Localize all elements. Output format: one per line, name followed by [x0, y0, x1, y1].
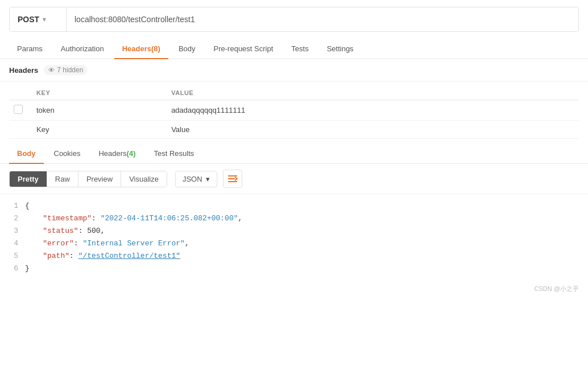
format-dropdown-chevron: ▾	[206, 175, 210, 183]
code-line-4: 4 "error": "Internal Server Error",	[9, 237, 579, 250]
headers-label-row: Headers 👁 7 hidden	[9, 65, 579, 75]
checkbox-col-header	[9, 86, 32, 100]
code-line-6: 6 }	[9, 262, 579, 275]
line-num-3: 3	[9, 225, 18, 237]
tab-headers[interactable]: Headers(8)	[114, 39, 168, 59]
format-controls: Pretty Raw Preview Visualize JSON ▾	[0, 164, 588, 194]
code-area: 1 { 2 "timestamp": "2022-04-11T14:06:25.…	[0, 194, 588, 281]
code-content-5: "path": "/testController/test1"	[25, 250, 579, 262]
tab-settings[interactable]: Settings	[319, 39, 362, 59]
code-line-1: 1 {	[9, 200, 579, 212]
code-content-6: }	[25, 262, 579, 275]
header-value-placeholder[interactable]: Value	[167, 121, 579, 139]
response-tab-headers-badge: (4)	[127, 149, 136, 158]
response-tab-headers[interactable]: Headers(4)	[90, 143, 143, 163]
response-tab-body[interactable]: Body	[9, 143, 44, 163]
headers-section: Headers 👁 7 hidden	[0, 59, 588, 81]
watermark: CSDN @小之乎	[0, 281, 588, 297]
value-col-header: VALUE	[167, 86, 579, 100]
url-input[interactable]	[67, 7, 578, 31]
format-btn-pretty[interactable]: Pretty	[10, 171, 47, 187]
method-selector[interactable]: POST ▾	[10, 7, 67, 31]
top-tabs: Params Authorization Headers(8) Body Pre…	[0, 39, 588, 59]
code-line-5: 5 "path": "/testController/test1"	[9, 250, 579, 262]
line-num-2: 2	[9, 212, 18, 225]
url-bar: POST ▾	[9, 7, 579, 32]
code-content-3: "status": 500,	[25, 225, 579, 237]
table-row: Key Value	[9, 121, 579, 139]
line-num-5: 5	[9, 250, 18, 262]
code-content-4: "error": "Internal Server Error",	[25, 237, 579, 250]
header-key-token[interactable]: token	[32, 100, 167, 121]
code-content-1: {	[25, 200, 579, 212]
method-chevron: ▾	[43, 16, 46, 23]
hidden-count: 7 hidden	[57, 66, 83, 74]
response-tab-test-results[interactable]: Test Results	[146, 143, 202, 163]
row-checkbox[interactable]	[14, 105, 23, 114]
header-value-token[interactable]: adadaqqqqqq1111111	[167, 100, 579, 121]
format-btn-visualize[interactable]: Visualize	[121, 171, 167, 187]
tab-body[interactable]: Body	[171, 39, 204, 59]
line-num-4: 4	[9, 237, 18, 250]
table-row: token adadaqqqqqq1111111	[9, 100, 579, 121]
tab-pre-request[interactable]: Pre-request Script	[206, 39, 281, 59]
line-num-6: 6	[9, 262, 18, 275]
header-key-placeholder[interactable]: Key	[32, 121, 167, 139]
format-btn-preview[interactable]: Preview	[78, 171, 121, 187]
headers-label: Headers	[9, 66, 38, 75]
method-label: POST	[18, 15, 39, 24]
code-line-2: 2 "timestamp": "2022-04-11T14:06:25.082+…	[9, 212, 579, 225]
response-section: Body Cookies Headers(4) Test Results Pre…	[0, 143, 588, 281]
format-btn-group: Pretty Raw Preview Visualize	[9, 171, 167, 187]
headers-table-container: KEY VALUE token adadaqqqqqq1111111 Key V…	[0, 86, 588, 139]
format-selected: JSON	[183, 175, 202, 183]
code-line-3: 3 "status": 500,	[9, 225, 579, 237]
tab-authorization[interactable]: Authorization	[53, 39, 112, 59]
watermark-text: CSDN @小之乎	[535, 285, 579, 292]
key-col-header: KEY	[32, 86, 167, 100]
format-btn-raw[interactable]: Raw	[47, 171, 78, 187]
response-tab-headers-label: Headers	[98, 149, 126, 158]
tab-headers-badge: (8)	[151, 44, 160, 53]
tab-headers-label: Headers	[122, 44, 151, 53]
headers-table: KEY VALUE token adadaqqqqqq1111111 Key V…	[9, 86, 579, 139]
hidden-badge[interactable]: 👁 7 hidden	[44, 65, 88, 75]
format-dropdown[interactable]: JSON ▾	[175, 171, 217, 187]
tab-tests[interactable]: Tests	[283, 39, 316, 59]
code-content-2: "timestamp": "2022-04-11T14:06:25.082+00…	[25, 212, 579, 225]
line-num-1: 1	[9, 200, 18, 212]
tab-params[interactable]: Params	[9, 39, 51, 59]
response-tab-cookies[interactable]: Cookies	[46, 143, 89, 163]
wrap-button[interactable]	[223, 170, 242, 188]
response-tabs: Body Cookies Headers(4) Test Results	[0, 143, 588, 164]
eye-icon: 👁	[48, 67, 55, 73]
